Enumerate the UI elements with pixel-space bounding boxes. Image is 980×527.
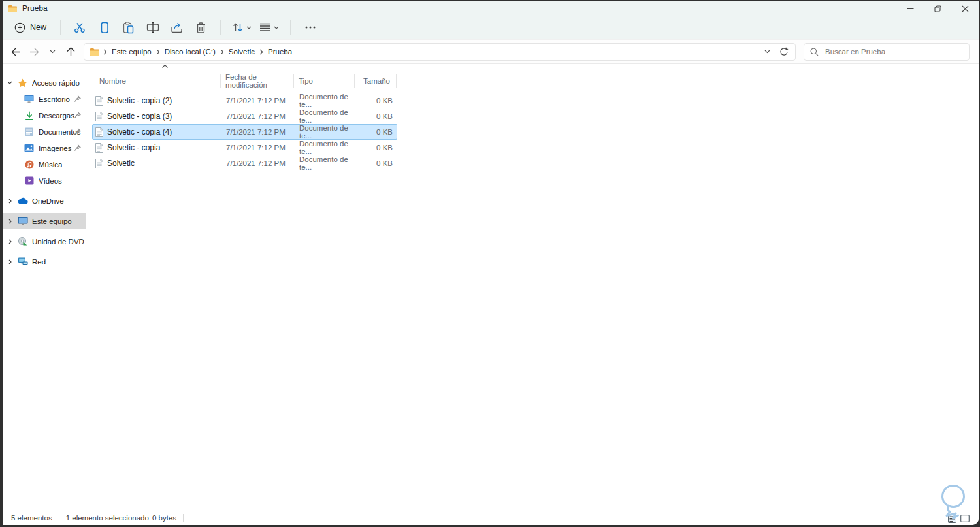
search-input[interactable] [824,47,963,56]
chevron-right-icon[interactable] [3,219,17,224]
plus-circle-icon [14,22,25,33]
paste-button[interactable] [116,18,140,37]
chevron-right-icon[interactable] [3,199,17,204]
chevron-down-icon [246,26,252,29]
selection-size: 0 bytes [152,514,176,522]
sort-ascending-caret-icon[interactable] [162,65,168,68]
text-file-icon [95,112,103,121]
column-header-fecha[interactable]: Fecha de modificación [221,74,294,88]
rename-button[interactable] [140,18,165,37]
file-date: 7/1/2021 7:12 PM [221,128,295,136]
chevron-right-icon[interactable] [3,239,17,244]
text-file-icon [95,127,103,137]
sidebar-item-red[interactable]: Red [3,253,86,270]
sidebar-item-documentos[interactable]: Documentos [3,123,86,140]
trash-icon [195,22,206,34]
back-button[interactable] [7,42,25,61]
onedrive-cloud-icon [17,197,28,204]
breadcrumb-chevron-icon [103,49,107,55]
copy-icon [99,22,110,34]
copy-button[interactable] [92,18,116,37]
file-type: Documento de te... [295,93,355,108]
file-date: 7/1/2021 7:12 PM [221,144,295,152]
text-file-icon [95,159,103,168]
file-row[interactable]: Solvetic - copia 7/1/2021 7:12 PM Docume… [92,140,397,155]
sort-button[interactable] [228,18,255,37]
address-dropdown-chevron-icon[interactable] [764,50,770,54]
sidebar-item-label: Unidad de DVD (D:) [32,238,86,246]
address-bar-row: Este equipo Disco local (C:) Solvetic Pr… [3,39,979,64]
sidebar-item-label: Este equipo [32,217,72,225]
chevron-right-icon[interactable] [3,259,17,264]
explorer-window: Prueba New [3,1,979,525]
sort-arrows-icon [232,22,244,33]
share-button[interactable] [165,18,189,37]
sidebar-item-quick-access[interactable]: Acceso rápido [3,74,86,91]
view-button[interactable] [255,18,283,37]
details-view-icon[interactable] [947,513,957,523]
text-file-icon [95,96,103,106]
star-icon [17,78,28,88]
column-header-nombre[interactable]: Nombre [95,74,221,88]
sidebar-item-label: Red [32,258,46,266]
breadcrumb-disco-local[interactable]: Disco local (C:) [161,46,220,57]
sidebar-item-escritorio[interactable]: Escritorio [3,91,86,107]
cut-button[interactable] [68,18,92,37]
file-row[interactable]: Solvetic - copia (3) 7/1/2021 7:12 PM Do… [92,108,397,124]
file-name: Solvetic - copia [107,143,160,152]
column-header-tipo[interactable]: Tipo [294,74,355,88]
file-row[interactable]: Solvetic 7/1/2021 7:12 PM Documento de t… [92,155,397,171]
recent-locations-button[interactable] [43,42,61,61]
new-button-label: New [30,23,46,32]
sidebar-item-label: Vídeos [39,177,62,185]
file-date: 7/1/2021 7:12 PM [221,159,295,167]
pin-icon [74,112,81,118]
sidebar-item-label: Descargas [39,112,74,120]
pin-icon [74,144,81,151]
minimize-button[interactable] [896,1,924,16]
window-controls [896,1,979,16]
chevron-down-icon[interactable] [3,81,17,84]
toolbar-separator [60,20,61,35]
sidebar-item-label: Escritorio [39,95,70,103]
file-row-selected[interactable]: Solvetic - copia (4) 7/1/2021 7:12 PM Do… [92,124,397,140]
file-row[interactable]: Solvetic - copia (2) 7/1/2021 7:12 PM Do… [92,93,397,108]
new-button[interactable]: New [10,20,53,36]
refresh-icon[interactable] [779,47,789,56]
column-headers: Nombre Fecha de modificación Tipo Tamaño [95,74,979,88]
file-type: Documento de te... [295,140,355,155]
breadcrumb-chevron-icon [259,49,263,55]
sidebar-item-videos[interactable]: Vídeos [3,172,86,189]
restore-button[interactable] [924,1,951,16]
file-name: Solvetic - copia (3) [107,112,172,121]
music-icon [24,160,35,169]
close-button[interactable] [951,1,979,16]
sidebar-item-este-equipo[interactable]: Este equipo [3,213,86,229]
file-type: Documento de te... [295,108,355,124]
thumbnails-view-icon[interactable] [960,513,970,523]
delete-button[interactable] [189,18,213,37]
column-header-tamano[interactable]: Tamaño [355,74,397,88]
sidebar-item-imagenes[interactable]: Imágenes [3,140,86,156]
breadcrumb-chevron-icon [156,49,160,55]
status-separator [183,514,184,522]
file-size: 0 KB [355,159,393,167]
more-options-button[interactable] [298,18,322,37]
address-bar[interactable]: Este equipo Disco local (C:) Solvetic Pr… [84,43,796,61]
breadcrumb-solvetic[interactable]: Solvetic [225,46,259,57]
ellipsis-icon [305,26,316,29]
breadcrumb-prueba[interactable]: Prueba [264,46,296,57]
sidebar-item-label: Acceso rápido [32,79,80,87]
sidebar-item-dvd-drive[interactable]: Unidad de DVD (D:) [3,233,86,249]
up-button[interactable] [61,42,80,61]
search-box[interactable] [804,43,970,61]
sidebar-item-onedrive[interactable]: OneDrive [3,193,86,209]
command-toolbar: New [3,16,979,39]
selection-count: 1 elemento seleccionado [66,514,149,522]
breadcrumb-este-equipo[interactable]: Este equipo [108,46,155,57]
navigation-pane: Acceso rápido Escritorio Descargas Docum… [3,64,86,510]
sidebar-item-descargas[interactable]: Descargas [3,107,86,123]
forward-button[interactable] [25,42,43,61]
file-name: Solvetic [107,159,135,168]
sidebar-item-musica[interactable]: Música [3,156,86,172]
